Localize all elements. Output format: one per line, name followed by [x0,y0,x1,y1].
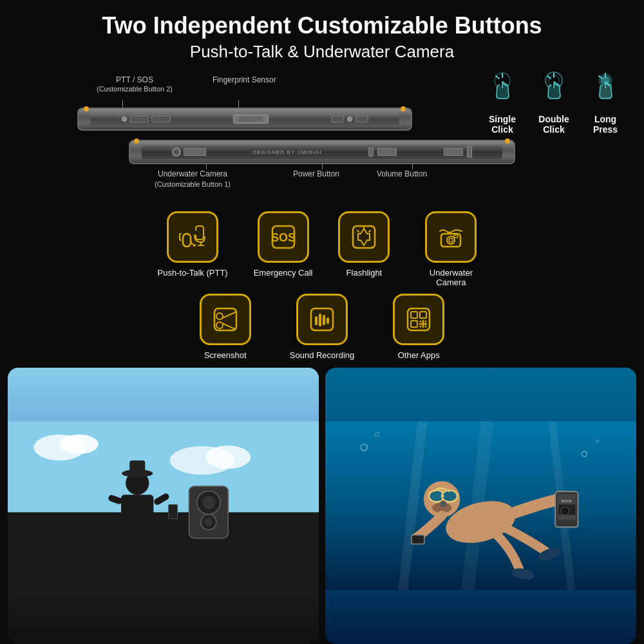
right-buttons [444,146,472,158]
svg-rect-28 [327,317,329,324]
svg-rect-47 [129,460,145,475]
svg-point-16 [447,236,455,244]
feature-ptt: Push-to-Talk (PTT) [158,211,228,287]
double-click-icon [535,71,573,110]
volume-btn-label: Volume Button [377,169,427,178]
orange-dot-br [505,138,510,144]
mid-btn-1 [368,147,374,156]
svg-point-35 [420,321,422,323]
svg-point-44 [205,446,251,469]
device-detail-2 [129,116,149,122]
device-detail-3 [151,116,171,122]
device-left: PTT / SOS(Customizable Button 2) Fingerp… [19,75,470,131]
svg-point-58 [205,518,213,526]
svg-line-14 [357,231,359,232]
device-top-row: PTT / SOS(Customizable Button 2) Fingerp… [13,71,631,135]
screenshot-label-text: Screenshot [204,350,247,360]
right-btn-1 [444,148,463,156]
connector-line-2 [238,100,239,108]
features-row-1: Push-to-Talk (PTT) SOS Emergency Call [0,211,644,287]
svg-text:BISON: BISON [561,500,571,504]
other-apps-icon-box [393,294,444,345]
svg-point-42 [60,435,99,454]
device-detail-4 [331,116,344,122]
screenshot-icon-box [200,294,251,345]
underwater-scene: BISON [325,368,636,644]
click-types-section: SingleClick D [483,71,625,135]
outdoor-scene [8,368,319,644]
svg-line-13 [369,231,370,232]
svg-point-37 [420,326,422,328]
sound-icon-box [296,294,348,345]
underwater-bg: BISON [325,368,636,644]
bottom-labels: Underwater Camera(Customizable Button 1)… [129,164,515,200]
svg-point-6 [193,244,196,247]
svg-rect-27 [323,315,325,325]
click-item-long: LongPress [586,71,625,135]
brand-text: DESIGNED BY UMIDIGI [253,149,322,155]
svg-point-38 [425,326,427,328]
single-click-icon [483,71,522,110]
connector-line-1 [122,100,123,108]
features-row-2: Screenshot Sound Recording [0,294,644,360]
device-bottom-bar: DESIGNED BY UMIDIGI [129,140,515,164]
device-detail-6 [355,116,368,122]
svg-rect-26 [319,314,321,327]
top-labels-area: PTT / SOS(Customizable Button 2) Fingerp… [77,75,412,108]
svg-rect-40 [8,513,319,591]
conn-2 [322,164,323,169]
svg-rect-24 [311,308,333,330]
outdoor-svg [8,368,319,644]
header: Two Independent Customizable Buttons Pus… [0,0,644,68]
svg-rect-18 [454,235,458,238]
svg-rect-51 [169,505,178,519]
underwater-cam-icon-box [425,211,477,263]
device-detail-1 [122,117,127,122]
svg-point-76 [563,509,567,513]
left-module [172,147,206,156]
click-icons-row: SingleClick D [483,71,625,135]
other-apps-label-text: Other Apps [398,350,440,360]
sound-label-text: Sound Recording [290,350,354,360]
long-press-label: LongPress [593,114,618,135]
buttons-section: PTT / SOS(Customizable Button 2) Fingerp… [0,68,644,200]
flashlight-label-text: Flashlight [346,268,383,278]
cam-lens [172,147,181,156]
feature-other-apps: Other Apps [393,294,444,360]
fingerprint-sensor [233,115,269,124]
svg-rect-32 [411,321,417,327]
conn-1 [206,164,207,169]
underwater-cam-label-text: Underwater Camera [415,268,486,287]
svg-point-56 [202,497,215,509]
right-btn-2 [467,146,472,158]
cam-strip [184,148,206,156]
outdoor-bg [8,368,319,644]
power-btn-label: Power Button [293,169,339,178]
feature-flashlight: Flashlight [338,211,390,287]
click-item-double: DoubleClick [535,71,573,135]
device-bar-inner [90,113,399,126]
svg-rect-31 [420,312,426,318]
emergency-icon-box: SOS [258,211,309,263]
orange-dot-bl [134,138,139,144]
flashlight-icon-box [338,211,390,263]
device-detail-5 [347,117,352,122]
underwater-svg: BISON [325,368,636,644]
device-bottom-section: DESIGNED BY UMIDIGI [13,140,631,200]
underwater-cam-label: Underwater Camera(Customizable Button 1) [155,169,231,189]
click-item-single: SingleClick [483,71,522,135]
feature-underwater-cam: Underwater Camera [415,211,486,287]
ptt-label: PTT / SOS(Customizable Button 2) [97,75,173,93]
ptt-label-text: Push-to-Talk (PTT) [158,268,228,278]
feature-screenshot: Screenshot [200,294,251,360]
svg-rect-48 [121,495,153,533]
bottom-images-section: BISON [0,360,644,644]
feature-sound: Sound Recording [290,294,354,360]
page-container: Two Independent Customizable Buttons Pus… [0,0,644,644]
fingerprint-label: Fingerprint Sensor [213,75,276,84]
device-top-bar [77,108,412,131]
svg-text:SOS: SOS [271,231,296,244]
page-title: Two Independent Customizable Buttons [13,12,631,39]
svg-line-23 [222,323,235,329]
long-press-icon [586,71,625,110]
